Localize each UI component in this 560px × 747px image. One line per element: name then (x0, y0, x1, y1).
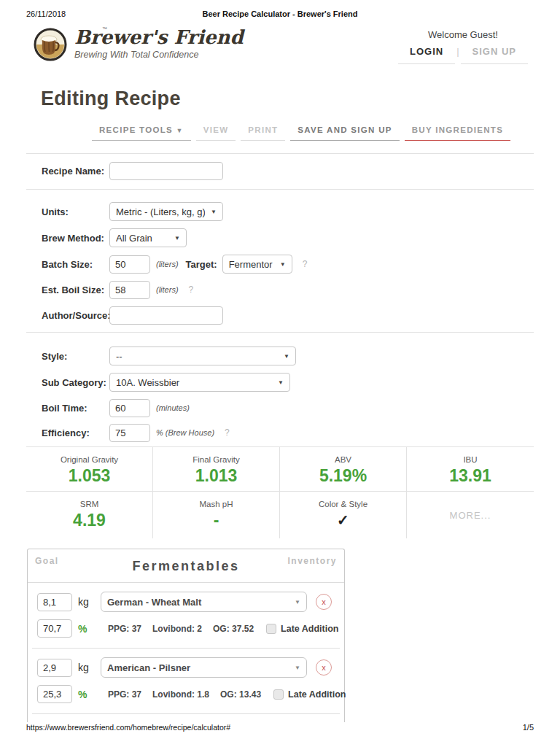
fermentable-select[interactable]: American - Pilsner▼ (101, 657, 307, 678)
fermentable-amount-unit: kg (78, 662, 94, 673)
late-addition-checkbox[interactable] (273, 689, 284, 700)
fermentables-header: Goal Fermentables Inventory (28, 549, 344, 583)
remove-icon: x (322, 663, 326, 672)
more-link[interactable]: MORE... (407, 500, 534, 538)
author-row: Author/Source: (42, 306, 223, 325)
batch-size-row: Batch Size: (liters) Target: Fermentor▼ … (42, 255, 307, 274)
sub-category-label: Sub Category: (42, 377, 109, 388)
stat-more-cell: MORE... (407, 492, 534, 538)
check-icon: ✓ (280, 511, 406, 530)
fermentable-amount-input[interactable] (37, 659, 72, 677)
signup-link[interactable]: SIGN UP (461, 46, 528, 64)
lovibond-value: Lovibond: 2 (152, 624, 202, 634)
style-row: Style: --▼ (42, 347, 296, 365)
lovibond-value: Lovibond: 1.8 (152, 689, 209, 700)
tab-view[interactable]: VIEW (196, 125, 236, 141)
logo-tagline: Brewing With Total Confidence (74, 50, 244, 60)
late-addition-label: Late Addition (288, 689, 346, 700)
row-divider (32, 713, 340, 714)
brew-method-row: Brew Method: All Grain▼ (42, 228, 187, 247)
remove-fermentable-button[interactable]: x (316, 594, 332, 610)
efficiency-input[interactable] (109, 424, 150, 442)
boil-size-input[interactable] (109, 281, 150, 299)
stat-final-gravity: Final Gravity1.013 (153, 447, 280, 492)
inventory-tab[interactable]: Inventory (287, 556, 337, 566)
stat-srm: SRM4.19 (26, 492, 153, 538)
help-icon[interactable]: ? (303, 259, 308, 269)
auth-area: Welcome Guest! LOGIN | SIGN UP (398, 29, 528, 64)
efficiency-row: Efficiency: % (Brew House) ? (42, 423, 230, 442)
tab-save-and-sign-up[interactable]: SAVE AND SIGN UP (290, 125, 399, 141)
og-value: OG: 37.52 (213, 624, 254, 634)
dropdown-arrow-icon: ▼ (278, 379, 284, 386)
help-icon[interactable]: ? (189, 285, 194, 295)
section-divider (26, 153, 534, 154)
fermentable-percent-input[interactable] (37, 685, 72, 703)
boil-time-row: Boil Time: (minutes) (42, 398, 190, 417)
tab-print[interactable]: PRINT (241, 125, 285, 141)
fermentable-amount-input[interactable] (37, 593, 72, 611)
fermentable-percent-input[interactable] (37, 619, 72, 638)
target-label: Target: (186, 259, 217, 270)
fermentables-panel: Goal Fermentables Inventory kg German - … (27, 549, 345, 722)
recipe-name-label: Recipe Name: (42, 166, 109, 177)
goal-tab[interactable]: Goal (35, 556, 59, 566)
remove-icon: x (322, 597, 326, 606)
brew-method-select[interactable]: All Grain▼ (109, 228, 187, 247)
ppg-value: PPG: 37 (108, 624, 141, 634)
recipe-stats-grid: Original Gravity1.053 Final Gravity1.013… (26, 446, 534, 538)
style-label: Style: (42, 351, 109, 362)
logo-wordmark: Brewer's Friend (74, 26, 244, 48)
print-page-number: 1/5 (523, 723, 534, 732)
author-label: Author/Source: (42, 310, 109, 321)
page-title: Editing Recipe (41, 88, 181, 110)
dropdown-arrow-icon: ▼ (284, 353, 289, 360)
stat-mash-ph: Mash pH- (153, 492, 280, 538)
stat-color-style: Color & Style✓ (280, 492, 407, 538)
sub-category-select[interactable]: 10A. Weissbier▼ (109, 373, 290, 392)
help-icon[interactable]: ? (225, 427, 230, 438)
batch-size-input[interactable] (109, 255, 150, 274)
fermentable-select[interactable]: German - Wheat Malt▼ (101, 592, 307, 612)
dropdown-arrow-icon: ▼ (280, 261, 286, 268)
recipe-toolbar: RECIPE TOOLS ▼ VIEW PRINT SAVE AND SIGN … (92, 125, 510, 141)
units-row: Units: Metric - (Liters, kg, g)▼ (42, 202, 223, 221)
fermentable-row: kg German - Wheat Malt▼ x % PPG: 37 Lovi… (28, 583, 344, 648)
units-label: Units: (42, 206, 109, 217)
batch-size-label: Batch Size: (42, 259, 109, 270)
document-title: Beer Recipe Calculator - Brewer's Friend (0, 9, 560, 18)
boil-time-label: Boil Time: (42, 403, 109, 414)
chevron-down-icon: ▼ (176, 127, 184, 134)
late-addition-checkbox[interactable] (266, 624, 276, 634)
author-input[interactable] (109, 306, 223, 325)
og-value: OG: 13.43 (220, 689, 261, 700)
target-select[interactable]: Fermentor▼ (222, 255, 292, 274)
boil-size-unit: (liters) (156, 285, 179, 294)
efficiency-unit: % (Brew House) (156, 428, 214, 437)
efficiency-label: Efficiency: (42, 427, 109, 438)
tab-recipe-tools[interactable]: RECIPE TOOLS ▼ (92, 125, 191, 141)
brew-method-label: Brew Method: (42, 233, 109, 244)
sub-category-row: Sub Category: 10A. Weissbier▼ (42, 373, 290, 392)
style-select[interactable]: --▼ (109, 347, 296, 365)
recipe-name-input[interactable] (109, 162, 223, 180)
tab-buy-ingredients[interactable]: BUY INGREDIENTS (405, 125, 510, 141)
brewers-friend-logo[interactable]: ™ Brewer's Friend Brewing With Total Con… (34, 26, 244, 61)
welcome-message: Welcome Guest! (398, 29, 528, 40)
section-divider (26, 332, 534, 333)
fermentable-stats: PPG: 37 Lovibond: 1.8 OG: 13.43 (108, 689, 261, 700)
boil-time-input[interactable] (109, 399, 150, 417)
login-link[interactable]: LOGIN (398, 46, 455, 64)
late-addition-label: Late Addition (281, 624, 338, 634)
ppg-value: PPG: 37 (108, 689, 141, 700)
remove-fermentable-button[interactable]: x (316, 659, 332, 676)
stat-original-gravity: Original Gravity1.053 (26, 447, 153, 492)
fermentable-stats: PPG: 37 Lovibond: 2 OG: 37.52 (108, 624, 254, 634)
dropdown-arrow-icon: ▼ (295, 665, 300, 671)
stat-abv: ABV5.19% (280, 447, 407, 492)
print-url: https://www.brewersfriend.com/homebrew/r… (26, 723, 230, 732)
units-select[interactable]: Metric - (Liters, kg, g)▼ (109, 202, 223, 221)
batch-size-unit: (liters) (156, 260, 179, 268)
auth-separator: | (455, 46, 460, 57)
boil-size-label: Est. Boil Size: (42, 285, 109, 295)
